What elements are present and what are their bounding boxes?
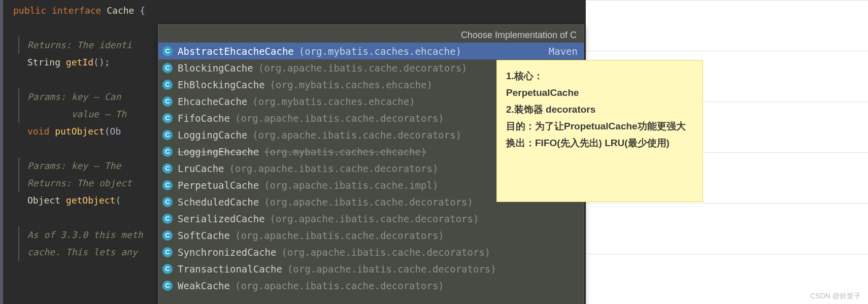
class-icon: C	[162, 147, 173, 157]
class-source: Maven	[549, 46, 578, 57]
popup-title: Choose Implementation of C	[158, 25, 584, 43]
class-name: BlockingCache	[178, 62, 253, 74]
class-name: WeakCache	[178, 280, 230, 291]
class-package: (org.mybatis.caches.ehcache)	[264, 146, 426, 157]
popup-item[interactable]: CAbstractEhcacheCache (org.mybatis.cache…	[158, 43, 584, 59]
class-name: EhBlockingCache	[178, 79, 265, 90]
class-icon: C	[162, 264, 173, 274]
class-icon: C	[162, 63, 173, 73]
class-package: (org.apache.ibatis.cache.decorators)	[235, 230, 444, 241]
class-package: (org.apache.ibatis.cache.decorators)	[252, 129, 461, 141]
class-name: TransactionalCache	[178, 263, 282, 275]
class-package: (org.apache.ibatis.cache.decorators)	[270, 213, 479, 224]
class-package: (org.apache.ibatis.cache.decorators)	[264, 196, 473, 208]
class-package: (org.apache.ibatis.cache.decorators)	[229, 163, 439, 174]
popup-item[interactable]: CTransactionalCache (org.apache.ibatis.c…	[158, 260, 584, 277]
class-name: SerializedCache	[178, 213, 265, 224]
popup-item[interactable]: CSynchronizedCache (org.apache.ibatis.ca…	[158, 244, 584, 260]
class-icon: C	[162, 130, 173, 140]
class-package: (org.apache.ibatis.cache.decorators)	[235, 113, 444, 124]
class-name: LruCache	[178, 163, 224, 174]
class-icon: C	[162, 80, 173, 90]
note-line: PerpetualCache	[506, 84, 693, 101]
class-name: PerpetualCache	[178, 180, 259, 191]
note-line: 换出：FIFO(先入先出) LRU(最少使用)	[506, 134, 693, 151]
class-name: ScheduledCache	[178, 196, 259, 208]
code-line: public interface Cache {	[3, 2, 586, 19]
class-package: (org.apache.ibatis.cache.impl)	[264, 180, 438, 191]
note-line: 目的：为了让PropetualCache功能更强大	[506, 118, 693, 134]
class-package: (org.apache.ibatis.cache.decorators)	[281, 247, 490, 258]
class-name: FifoCache	[178, 113, 230, 124]
class-name: SoftCache	[178, 230, 230, 241]
class-package: (org.apache.ibatis.cache.decorators)	[258, 62, 468, 74]
class-icon: C	[162, 197, 173, 207]
class-package: (org.mybatis.caches.ehcache)	[252, 96, 415, 107]
class-icon: C	[162, 46, 173, 56]
class-icon: C	[162, 247, 173, 257]
class-package: (org.mybatis.caches.ehcache)	[299, 46, 461, 57]
popup-item[interactable]: CSerializedCache (org.apache.ibatis.cach…	[158, 210, 584, 227]
popup-item[interactable]: CSoftCache (org.apache.ibatis.cache.deco…	[158, 227, 584, 244]
class-name: EhcacheCache	[178, 96, 247, 107]
class-icon: C	[162, 281, 173, 291]
watermark: CSDN @於里子	[810, 292, 861, 301]
class-icon: C	[162, 96, 173, 107]
class-name: AbstractEhcacheCache	[178, 46, 294, 57]
class-package: (org.apache.ibatis.cache.decorators)	[287, 263, 496, 275]
class-package: (org.apache.ibatis.cache.decorators)	[235, 280, 444, 291]
class-package: (org.mybatis.caches.ehcache)	[270, 79, 432, 90]
class-icon: C	[162, 230, 173, 241]
class-name: LoggingCache	[178, 129, 247, 141]
popup-item[interactable]: CWeakCache (org.apache.ibatis.cache.deco…	[158, 277, 584, 294]
sticky-note: 1.核心：PerpetualCache2.装饰器 decorators目的：为了…	[496, 60, 703, 202]
class-icon: C	[162, 214, 173, 224]
class-icon: C	[162, 163, 173, 174]
note-line: 1.核心：	[506, 67, 693, 84]
class-name: LoggingEhcache	[178, 146, 259, 157]
class-name: SynchronizedCache	[178, 247, 276, 258]
note-line: 2.装饰器 decorators	[506, 101, 693, 118]
class-icon: C	[162, 113, 173, 123]
class-icon: C	[162, 180, 173, 190]
